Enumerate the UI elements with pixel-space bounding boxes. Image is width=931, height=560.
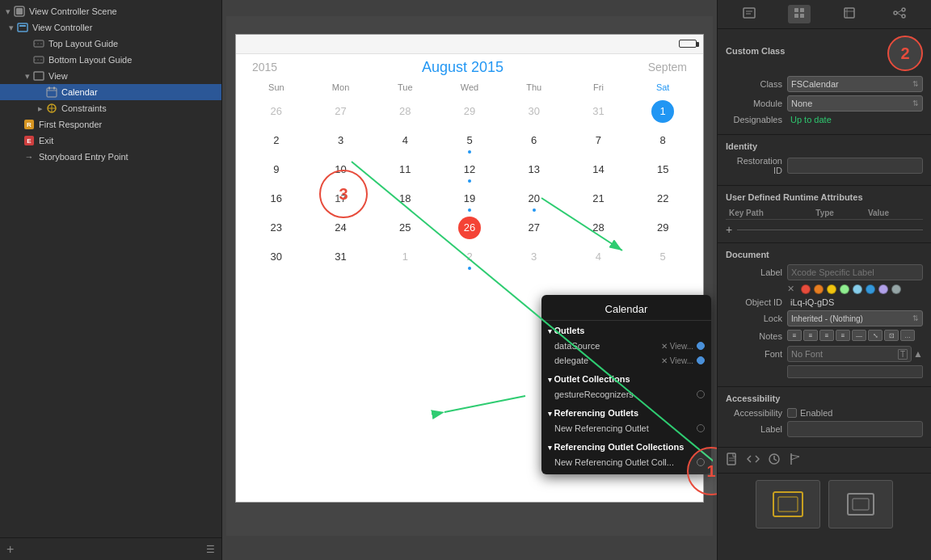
- attributes-icon[interactable]: [788, 5, 811, 23]
- notes-align-right[interactable]: ≡: [819, 330, 834, 341]
- accessibility-label-input[interactable]: [787, 421, 923, 437]
- cal-day-today[interactable]: 1: [630, 97, 695, 126]
- module-row: Module None ⇅: [726, 95, 923, 112]
- cal-day[interactable]: 31: [567, 97, 631, 126]
- cal-day[interactable]: 8: [630, 126, 695, 155]
- connections-icon[interactable]: [888, 5, 911, 23]
- accessibility-checkbox[interactable]: [787, 408, 797, 418]
- constraints-item[interactable]: Constraints: [0, 100, 221, 116]
- cal-day[interactable]: 26: [244, 97, 309, 126]
- code-icon[interactable]: [747, 453, 760, 468]
- cal-day[interactable]: 21: [567, 184, 631, 213]
- font-type-btn[interactable]: T: [898, 349, 908, 360]
- size-icon[interactable]: [838, 5, 861, 23]
- cal-day[interactable]: 25: [373, 213, 437, 242]
- popup-item-delegate[interactable]: delegate ✕ View...: [541, 353, 711, 368]
- cal-day[interactable]: 2: [244, 126, 309, 155]
- attr-add-button[interactable]: +: [726, 223, 732, 236]
- bottom-layout-item[interactable]: Bottom Layout Guide: [0, 52, 221, 68]
- flag-icon[interactable]: [789, 453, 802, 468]
- cal-day[interactable]: 28: [567, 213, 631, 242]
- font-input[interactable]: No Font T: [787, 346, 912, 362]
- cal-day[interactable]: 11: [373, 155, 437, 184]
- delegate-circle[interactable]: [697, 356, 705, 364]
- notes-hr[interactable]: —: [852, 330, 866, 341]
- color-dot-lime[interactable]: [840, 284, 849, 294]
- popup-item-new-ref-coll[interactable]: New Referencing Outlet Coll...: [541, 455, 711, 469]
- scene-item[interactable]: View Controller Scene: [0, 3, 221, 19]
- cal-day[interactable]: 6: [502, 126, 567, 155]
- exit-item[interactable]: E Exit: [0, 133, 221, 149]
- responder-item[interactable]: R First Responder: [0, 116, 221, 133]
- cal-day[interactable]: 7: [567, 126, 631, 155]
- cal-day-selected[interactable]: 26: [437, 213, 502, 242]
- notes-align-justify[interactable]: ≡: [836, 330, 850, 341]
- color-dot-gray[interactable]: [891, 284, 901, 294]
- cal-day[interactable]: 27: [502, 213, 567, 242]
- module-select[interactable]: None ⇅: [787, 95, 923, 112]
- thumbnail-right[interactable]: [828, 480, 893, 528]
- left-bottom-icon[interactable]: +: [6, 542, 14, 557]
- clock-icon[interactable]: [768, 453, 781, 468]
- color-dot-blue[interactable]: [866, 284, 875, 294]
- notes-image[interactable]: ⊡: [884, 330, 899, 341]
- cal-day[interactable]: 22: [630, 184, 695, 213]
- storyboard-item[interactable]: → Storyboard Entry Point: [0, 149, 221, 165]
- new-ref-circle[interactable]: [697, 424, 705, 432]
- remove-color-btn[interactable]: ✕: [787, 284, 794, 294]
- cal-day[interactable]: 3: [502, 242, 567, 272]
- cal-day[interactable]: 31: [309, 242, 373, 272]
- cal-day[interactable]: 30: [244, 242, 309, 272]
- color-dot-orange[interactable]: [814, 284, 824, 294]
- restoration-id-input[interactable]: [787, 158, 923, 174]
- cal-day[interactable]: 4: [567, 242, 631, 272]
- thumbnail-left[interactable]: [756, 480, 820, 528]
- cal-day[interactable]: 14: [567, 155, 631, 184]
- cal-day[interactable]: 19: [437, 184, 502, 213]
- datasource-circle[interactable]: [697, 342, 705, 350]
- view-item[interactable]: View: [0, 68, 221, 84]
- cal-day[interactable]: 5: [437, 126, 502, 155]
- gesture-circle[interactable]: [697, 390, 705, 398]
- cal-day[interactable]: 29: [630, 213, 695, 242]
- cal-day[interactable]: 3: [309, 126, 373, 155]
- cal-day[interactable]: 20: [502, 184, 567, 213]
- cal-day[interactable]: 18: [373, 184, 437, 213]
- notes-resize[interactable]: ⤡: [868, 330, 883, 341]
- color-dot-cyan[interactable]: [853, 284, 862, 294]
- cal-day[interactable]: 4: [373, 126, 437, 155]
- calendar-item[interactable]: Calendar: [0, 84, 221, 100]
- cal-day[interactable]: 1: [373, 242, 437, 272]
- color-dot-red[interactable]: [801, 284, 811, 294]
- class-select[interactable]: FSCalendar ⇅: [787, 76, 923, 92]
- font-stepper-up[interactable]: ▲: [913, 348, 923, 360]
- file-icon[interactable]: [726, 453, 739, 468]
- popup-item-new-ref[interactable]: New Referencing Outlet: [541, 421, 711, 436]
- cal-day[interactable]: 30: [502, 97, 567, 126]
- color-dot-yellow[interactable]: [827, 284, 836, 294]
- lock-select[interactable]: Inherited - (Nothing) ⇅: [787, 310, 923, 326]
- cal-day[interactable]: 23: [244, 213, 309, 242]
- left-bottom-filter[interactable]: ☰: [206, 544, 215, 555]
- doc-label-input[interactable]: [787, 264, 923, 280]
- cal-day[interactable]: 28: [373, 97, 437, 126]
- popup-item-datasource[interactable]: dataSource ✕ View...: [541, 339, 711, 353]
- color-dot-lavender[interactable]: [878, 284, 888, 294]
- scene-icon: [13, 5, 26, 18]
- cal-day[interactable]: 2: [437, 242, 502, 272]
- top-layout-item[interactable]: Top Layout Guide: [0, 36, 221, 52]
- cal-day[interactable]: 15: [630, 155, 695, 184]
- notes-align-left[interactable]: ≡: [787, 330, 802, 341]
- cal-day[interactable]: 16: [244, 184, 309, 213]
- identity-icon[interactable]: [738, 5, 760, 23]
- cal-day[interactable]: 5: [630, 242, 695, 272]
- popup-item-gesture[interactable]: gestureRecognizers: [541, 387, 711, 402]
- cal-day[interactable]: 9: [244, 155, 309, 184]
- notes-more[interactable]: …: [900, 330, 915, 341]
- notes-align-center[interactable]: ≡: [803, 330, 818, 341]
- cal-day[interactable]: 12: [437, 155, 502, 184]
- cal-day[interactable]: 27: [309, 97, 373, 126]
- cal-day[interactable]: 13: [502, 155, 567, 184]
- vc-item[interactable]: View Controller: [0, 19, 221, 36]
- cal-day[interactable]: 29: [437, 97, 502, 126]
